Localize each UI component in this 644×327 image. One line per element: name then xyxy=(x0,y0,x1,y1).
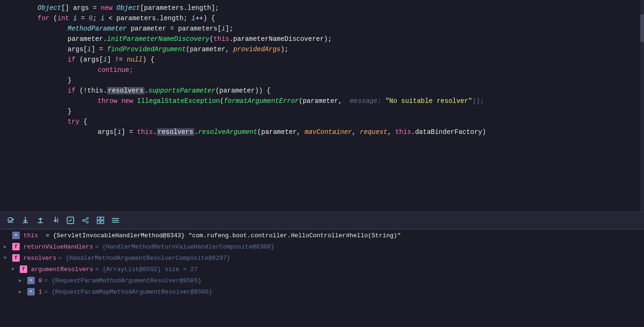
field-icon-returnValueHandlers: f xyxy=(12,243,20,250)
var-equals-1: = {RequestParamMapMethodArgumentResolver… xyxy=(44,288,213,296)
svg-rect-15 xyxy=(101,217,104,220)
code-line-12: try { xyxy=(0,117,644,128)
code-line-6: if (args[i] != null) { xyxy=(0,55,644,66)
code-token: formatArgumentError xyxy=(224,97,299,105)
expand-arrow-resolvers[interactable] xyxy=(4,256,10,261)
field-icon-resolvers: f xyxy=(12,254,20,262)
code-token: throw xyxy=(98,97,121,105)
code-line-3: MethodParameter parameter = parameters[i… xyxy=(0,24,644,35)
code-line-5: args[i] = findProvidedArgument(parameter… xyxy=(0,45,644,55)
evaluate-icon[interactable] xyxy=(66,216,75,225)
var-row-this[interactable]: ≡ this = {ServletInvocableHandlerMethod@… xyxy=(0,230,644,241)
code-token: resolveArgument xyxy=(198,128,257,136)
var-row-1[interactable]: ≡ 1 = {RequestParamMapMethodArgumentReso… xyxy=(0,286,644,297)
code-token: try xyxy=(68,118,84,125)
list-icon[interactable] xyxy=(111,216,120,225)
code-token: mavContainer xyxy=(305,128,352,136)
code-token: null xyxy=(127,56,143,63)
code-token: ( xyxy=(220,97,223,105)
code-token: < parameters.length; xyxy=(105,15,192,22)
expand-arrow-argumentResolvers[interactable] xyxy=(11,267,18,272)
code-token: ( xyxy=(209,35,213,43)
code-token: ); xyxy=(281,46,289,53)
code-token: i xyxy=(117,128,121,136)
code-token: for xyxy=(38,15,54,22)
editor-area: Object[] args = new Object[parameters.le… xyxy=(0,0,644,211)
code-line-9: if (!this.resolvers.supportsParameter(pa… xyxy=(0,86,644,97)
code-token: this xyxy=(214,35,230,43)
scrollbar-track[interactable] xyxy=(640,0,644,211)
code-token: .dataBinderFactory) xyxy=(411,128,486,136)
code-line-4: parameter.initParameterNameDiscovery(thi… xyxy=(0,35,644,45)
code-token: ] != xyxy=(107,56,127,63)
var-row-returnValueHandlers[interactable]: f returnValueHandlers = {HandlerMethodRe… xyxy=(0,241,644,252)
code-token: (parameter, xyxy=(299,97,342,105)
var-value-this: = {ServletInvocableHandlerMethod@8343} "… xyxy=(46,232,401,239)
expand-arrow-returnValueHandlers[interactable] xyxy=(4,244,10,249)
run-to-cursor-icon[interactable] xyxy=(51,216,60,225)
var-name-returnValueHandlers: returnValueHandlers xyxy=(23,243,93,250)
code-token-resolvers2: resolvers xyxy=(157,128,194,136)
code-token: i xyxy=(103,56,107,63)
grid-icon[interactable] xyxy=(96,216,105,225)
code-token: } xyxy=(68,108,71,115)
code-token: args[ xyxy=(68,46,87,53)
code-token: message: xyxy=(346,97,385,105)
code-token: i xyxy=(73,15,77,22)
code-token: Object xyxy=(116,4,140,12)
code-token: if xyxy=(68,87,79,94)
var-row-argumentResolvers[interactable]: f argumentResolvers = {ArrayList@8502} s… xyxy=(0,264,644,275)
code-token: ) { xyxy=(143,56,154,63)
code-line-11: } xyxy=(0,107,644,117)
code-line-8: } xyxy=(0,76,644,86)
code-token: continue; xyxy=(98,66,133,74)
code-token: Object xyxy=(38,4,61,12)
code-token: . xyxy=(153,128,157,136)
svg-rect-14 xyxy=(97,217,100,220)
code-token: , xyxy=(352,128,360,136)
code-token: (parameter)) { xyxy=(215,87,271,94)
svg-rect-17 xyxy=(101,221,104,224)
svg-line-12 xyxy=(84,219,86,220)
code-token: supportsParameter xyxy=(148,87,215,94)
code-token: this xyxy=(137,128,153,136)
code-token: { xyxy=(84,118,87,125)
step-over-icon[interactable] xyxy=(6,216,15,225)
step-into-icon[interactable] xyxy=(21,216,30,225)
var-equals-returnValueHandlers: = {HandlerMethodReturnValueHandlerCompos… xyxy=(95,243,274,250)
code-token: MethodParameter xyxy=(68,25,127,32)
var-equals-resolvers: = {HandlerMethodArgumentResolverComposit… xyxy=(58,255,230,262)
field-icon-argumentResolvers: f xyxy=(20,265,27,273)
variables-panel: ≡ this = {ServletInvocableHandlerMethod@… xyxy=(0,229,644,327)
svg-line-13 xyxy=(84,221,86,222)
svg-rect-16 xyxy=(97,221,100,224)
code-token: findProvidedArgument xyxy=(107,46,186,53)
code-line-13: args[i] = this.resolvers.resolveArgument… xyxy=(0,128,644,138)
code-token: (parameter, xyxy=(257,128,305,136)
expand-arrow-0[interactable] xyxy=(19,278,25,283)
code-token: i xyxy=(100,15,104,22)
trace-icon[interactable] xyxy=(81,216,90,225)
code-token: = xyxy=(77,15,89,22)
svg-point-10 xyxy=(86,218,88,219)
svg-point-9 xyxy=(83,219,84,221)
code-token: )); xyxy=(472,97,484,105)
code-token: (parameter, xyxy=(186,46,233,53)
var-row-0[interactable]: ≡ 0 = {RequestParamMethodArgumentResolve… xyxy=(0,275,644,286)
code-token: args[ xyxy=(98,128,117,136)
code-token: (!this. xyxy=(79,87,107,94)
code-token: . xyxy=(145,87,148,94)
var-equals-argumentResolvers: = {ArrayList@8502} size = 27 xyxy=(95,266,198,273)
var-row-resolvers[interactable]: f resolvers = {HandlerMethodArgumentReso… xyxy=(0,252,644,264)
toolbar xyxy=(0,211,644,229)
code-token: this xyxy=(395,128,411,136)
code-token: new xyxy=(121,97,137,105)
expand-arrow-1[interactable] xyxy=(19,289,25,295)
code-token: if xyxy=(68,56,79,63)
code-token: request xyxy=(360,128,388,136)
step-out-icon[interactable] xyxy=(36,216,45,225)
code-token: providedArgs xyxy=(233,46,281,53)
scrollbar-thumb[interactable] xyxy=(640,14,644,42)
var-name-resolvers: resolvers xyxy=(23,255,56,262)
code-token: [] args = xyxy=(61,4,100,12)
